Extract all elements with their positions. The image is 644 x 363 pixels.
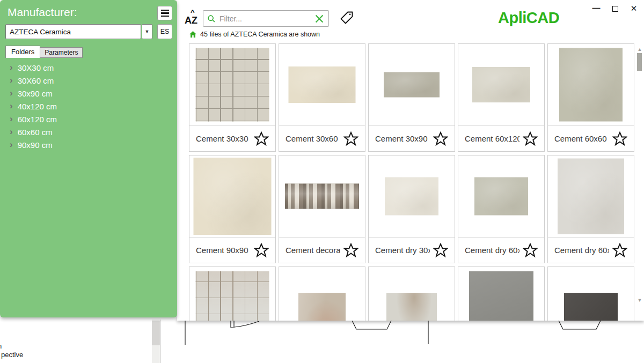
tab-parameters[interactable]: Parameters [40, 47, 83, 58]
folder-item[interactable]: ›30X60 cm [0, 74, 177, 87]
sort-alphabetical-icon[interactable]: ^ AZ [185, 11, 202, 26]
favorite-star-icon[interactable] [254, 131, 269, 146]
manufacturer-sidebar: Manufacturer: AZTECA Ceramica ▼ ES Folde… [0, 0, 177, 317]
tile-card[interactable] [368, 266, 455, 321]
combobox-dropdown-arrow[interactable]: ▼ [142, 24, 152, 39]
chevron-right-icon[interactable]: › [10, 114, 13, 123]
tile-card[interactable]: Cement 30x60 [279, 43, 365, 152]
tile-thumbnail [558, 159, 624, 234]
library-scrollbar-thumb[interactable] [637, 53, 642, 71]
favorite-star-icon[interactable] [612, 131, 627, 146]
tile-card-footer: Cement decora [279, 237, 365, 263]
scene-tab-label: pective [1, 351, 23, 359]
tile-card[interactable]: Cement 60x120 [458, 43, 545, 152]
tile-card-footer: Cement 30x90 [369, 125, 455, 151]
tile-card-footer: Cement 60x60 [548, 125, 634, 151]
aplicad-logo: ApliCAD [498, 9, 559, 27]
tile-card[interactable] [458, 266, 545, 321]
language-button[interactable]: ES [157, 24, 172, 39]
folder-item[interactable]: ›60x60 cm [0, 125, 177, 138]
window-controls: — ✕ [590, 3, 640, 14]
folder-item[interactable]: ›30X30 cm [0, 61, 177, 74]
favorite-star-icon[interactable] [523, 243, 538, 258]
scroll-up-arrow-icon[interactable]: ▲ [636, 46, 643, 53]
filter-search-box[interactable] [203, 10, 329, 27]
close-button[interactable]: ✕ [628, 3, 640, 14]
tile-thumbnail-area [369, 267, 455, 321]
tile-thumbnail [472, 67, 530, 102]
tile-card[interactable]: Cement 30x30 [189, 43, 276, 152]
tile-card-footer: Cement dry 30x [369, 237, 455, 263]
chevron-right-icon[interactable]: › [10, 76, 13, 85]
folder-label: 30X30 cm [18, 63, 54, 72]
favorite-star-icon[interactable] [343, 243, 358, 258]
library-scrollbar[interactable]: ▲ ▼ [636, 44, 643, 312]
tile-thumbnail [196, 271, 269, 321]
chevron-right-icon[interactable]: › [10, 127, 13, 136]
tile-thumbnail [564, 293, 618, 321]
tile-thumbnail-area [189, 267, 275, 321]
tile-card[interactable] [189, 266, 276, 321]
filter-input[interactable] [216, 14, 313, 23]
minimize-button[interactable]: — [590, 3, 602, 14]
tile-name: Cement dry 60x [465, 246, 519, 255]
tile-name: Cement 60x60 [554, 134, 609, 143]
scroll-down-arrow-icon[interactable]: ▼ [636, 297, 643, 303]
folder-label: 90x90 cm [18, 140, 53, 150]
tile-name: Cement 30x90 [375, 134, 430, 143]
folder-label: 30x90 cm [18, 89, 53, 98]
tile-thumbnail [474, 177, 528, 216]
chevron-right-icon[interactable]: › [10, 88, 13, 98]
tile-card-footer: Cement dry 60x [458, 237, 544, 263]
tile-thumbnail-area [369, 155, 455, 237]
tile-card[interactable] [547, 266, 634, 321]
tile-thumbnail [196, 48, 269, 122]
tag-icon[interactable] [339, 10, 354, 25]
tile-card[interactable]: Cement dry 60x [458, 155, 545, 263]
maximize-button[interactable] [609, 3, 621, 14]
chevron-right-icon[interactable]: › [10, 63, 13, 72]
folder-item[interactable]: ›30x90 cm [0, 87, 177, 100]
favorite-star-icon[interactable] [612, 243, 627, 258]
tile-card[interactable]: Cement 90x90 [189, 155, 276, 263]
chevron-right-icon[interactable]: › [10, 101, 13, 110]
tile-thumbnail-area [548, 267, 634, 321]
folder-label: 60x60 cm [18, 128, 53, 137]
tile-card[interactable]: Cement decora [279, 155, 365, 263]
tile-card[interactable]: Cement 60x60 [547, 43, 634, 152]
tile-card-footer: Cement dry 60x [548, 237, 634, 263]
favorite-star-icon[interactable] [523, 131, 538, 146]
tile-card-footer: Cement 90x90 [189, 237, 275, 263]
tile-thumbnail-area [279, 155, 365, 237]
folder-item[interactable]: ›90x90 cm [0, 138, 177, 151]
tile-thumbnail-area [279, 267, 365, 321]
favorite-star-icon[interactable] [433, 131, 448, 146]
clear-filter-icon[interactable] [313, 13, 325, 25]
manufacturer-title: Manufacturer: [8, 6, 77, 19]
tile-card[interactable]: Cement dry 60x [547, 155, 634, 263]
chevron-right-icon[interactable]: › [10, 140, 13, 149]
tile-card-footer: Cement 60x120 [458, 125, 544, 151]
folder-item[interactable]: ›60x120 cm [0, 113, 177, 125]
host-app-scrollbar[interactable] [152, 320, 160, 363]
status-row: 45 files of AZTECA Ceramica are shown [189, 31, 320, 38]
tile-thumbnail [385, 177, 438, 216]
favorite-star-icon[interactable] [254, 243, 269, 258]
tile-thumbnail [194, 158, 272, 235]
favorite-star-icon[interactable] [343, 131, 358, 146]
tile-card[interactable] [279, 266, 365, 321]
tile-thumbnail-area [279, 44, 365, 125]
tile-card[interactable]: Cement dry 30x [368, 155, 455, 263]
folder-item[interactable]: ›40x120 cm [0, 100, 177, 113]
manufacturer-combobox[interactable]: AZTECA Ceramica [5, 24, 141, 39]
tile-card-footer: Cement 30x30 [189, 125, 275, 151]
favorite-star-icon[interactable] [433, 243, 448, 258]
hamburger-menu-button[interactable] [157, 6, 172, 20]
tile-thumbnail-area [189, 155, 275, 237]
tab-folders[interactable]: Folders [5, 46, 40, 58]
host-scrollbar-thumb[interactable] [152, 321, 160, 345]
tile-thumbnail [469, 271, 533, 321]
tile-thumbnail [285, 184, 359, 209]
folder-label: 60x120 cm [18, 115, 57, 124]
tile-card[interactable]: Cement 30x90 [368, 43, 455, 152]
